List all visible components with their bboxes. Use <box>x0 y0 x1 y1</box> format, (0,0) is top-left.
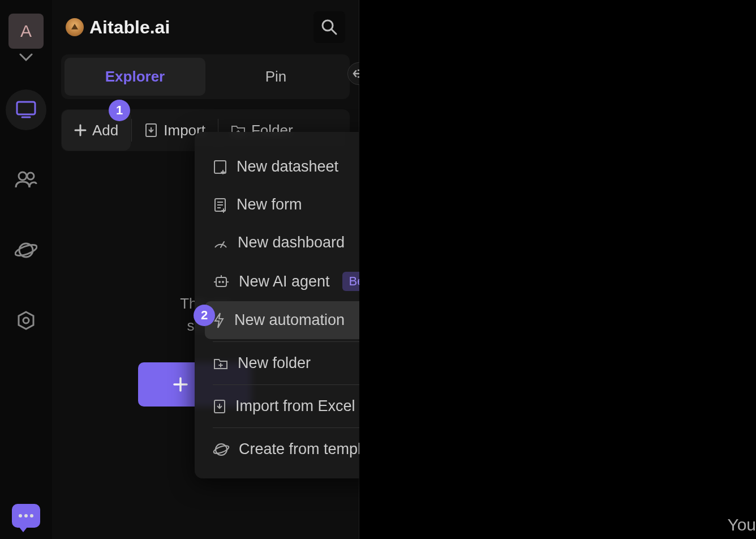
tab-explorer[interactable]: Explorer <box>65 58 205 96</box>
step-badge-2: 2 <box>194 305 215 326</box>
menu-label: New AI agent <box>239 273 330 290</box>
svg-point-16 <box>213 444 230 455</box>
nav-settings[interactable] <box>6 300 46 341</box>
search-button[interactable] <box>313 11 345 43</box>
workspace-chevron-icon[interactable] <box>19 53 33 61</box>
chat-widget[interactable] <box>12 504 40 528</box>
add-label: Add <box>92 122 118 139</box>
left-rail: A <box>0 0 52 539</box>
nav-workbench[interactable] <box>6 89 46 130</box>
menu-label: Import from Excel <box>235 397 355 415</box>
menu-label: New folder <box>238 354 311 372</box>
sidebar-panel: Aitable.ai Explorer Pin Add Import <box>52 0 359 539</box>
main-content: You <box>359 0 756 539</box>
svg-rect-0 <box>17 102 35 114</box>
svg-marker-5 <box>19 312 33 329</box>
svg-point-1 <box>19 172 27 180</box>
brand: Aitable.ai <box>66 17 170 38</box>
svg-rect-11 <box>216 277 226 286</box>
sidebar-tabs: Explorer Pin <box>61 54 350 99</box>
svg-point-6 <box>23 318 29 323</box>
step-badge-1: 1 <box>109 100 130 121</box>
brand-name: Aitable.ai <box>89 17 170 38</box>
svg-point-13 <box>222 281 224 283</box>
svg-rect-9 <box>214 161 226 173</box>
menu-label: New dashboard <box>238 234 345 251</box>
nav-contacts[interactable] <box>6 160 46 200</box>
tab-pin[interactable]: Pin <box>205 58 346 96</box>
menu-label: New form <box>237 196 302 213</box>
nav-explore[interactable] <box>6 230 46 271</box>
svg-point-4 <box>15 243 37 258</box>
bottom-fragment: You <box>727 515 756 534</box>
menu-label: New automation <box>234 311 345 329</box>
svg-point-12 <box>218 281 221 283</box>
workspace-avatar[interactable]: A <box>8 14 44 49</box>
menu-label: New datasheet <box>237 158 338 176</box>
brand-logo-icon <box>66 18 84 36</box>
svg-point-2 <box>27 173 34 179</box>
